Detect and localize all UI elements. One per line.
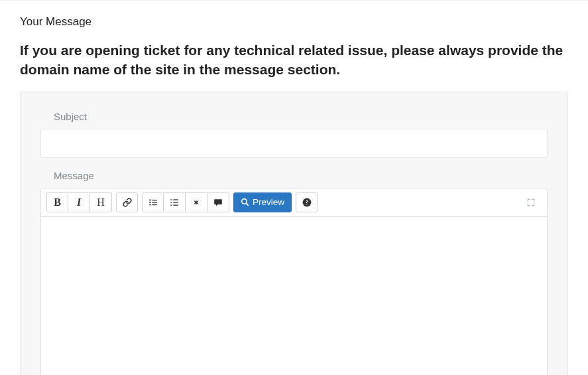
- svg-point-2: [149, 202, 150, 203]
- subject-label: Subject: [54, 111, 548, 122]
- heading-button[interactable]: H: [90, 192, 112, 212]
- preview-button[interactable]: Preview: [233, 192, 292, 212]
- section-title: Your Message: [20, 15, 568, 29]
- svg-rect-9: [173, 202, 178, 202]
- message-card: Subject Message B I H: [20, 92, 568, 375]
- message-label: Message: [54, 170, 548, 181]
- fullscreen-button[interactable]: [520, 192, 542, 212]
- help-button[interactable]: [296, 192, 318, 212]
- italic-button[interactable]: I: [68, 192, 90, 212]
- unordered-list-button[interactable]: [142, 192, 164, 212]
- search-icon: [241, 198, 249, 206]
- list-ul-icon: [148, 198, 158, 207]
- block-group: [142, 192, 229, 212]
- link-button[interactable]: [116, 192, 138, 212]
- message-group: Message B I H: [40, 170, 548, 375]
- svg-point-0: [149, 199, 150, 200]
- svg-point-4: [149, 204, 150, 205]
- svg-rect-8: [170, 202, 172, 202]
- bold-button[interactable]: B: [46, 192, 68, 212]
- bold-icon: B: [54, 196, 61, 208]
- text-style-group: B I H: [46, 192, 112, 212]
- svg-rect-7: [173, 199, 178, 200]
- link-icon: [123, 198, 132, 207]
- svg-rect-3: [152, 202, 157, 202]
- heading-icon: H: [97, 196, 105, 208]
- asterisk-button[interactable]: [186, 192, 207, 212]
- ordered-list-button[interactable]: [164, 192, 186, 212]
- fullscreen-icon: [526, 198, 536, 207]
- message-textarea[interactable]: [41, 217, 547, 375]
- list-ol-icon: [170, 198, 179, 207]
- italic-icon: I: [77, 196, 81, 208]
- comment-icon: [213, 198, 223, 207]
- svg-line-13: [246, 203, 248, 205]
- svg-rect-11: [173, 204, 178, 205]
- comment-button[interactable]: [207, 192, 229, 212]
- subject-input[interactable]: [40, 129, 548, 158]
- subject-group: Subject: [40, 111, 548, 158]
- preview-label: Preview: [253, 197, 284, 207]
- help-icon: [302, 198, 312, 207]
- svg-rect-5: [152, 204, 157, 205]
- help-group: [296, 192, 318, 212]
- editor-toolbar: B I H: [41, 188, 547, 217]
- svg-rect-1: [152, 200, 157, 200]
- asterisk-icon: [192, 198, 200, 206]
- svg-rect-10: [170, 204, 172, 205]
- svg-rect-6: [170, 199, 172, 200]
- notice-text: If you are opening ticket for any techni…: [20, 40, 568, 80]
- message-editor: B I H: [40, 188, 548, 375]
- link-group: [116, 192, 138, 212]
